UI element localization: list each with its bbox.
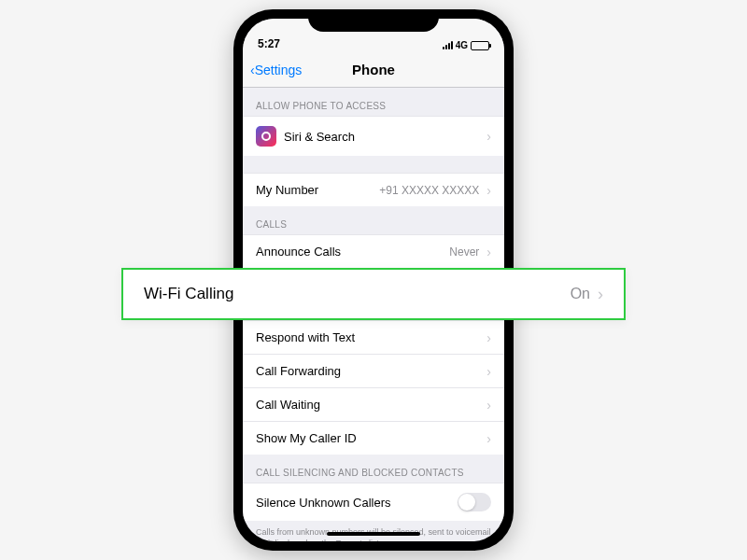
caller-id-label: Show My Caller ID [256, 431, 479, 445]
chevron-right-icon: › [598, 285, 603, 304]
chevron-right-icon: › [486, 365, 491, 378]
siri-label: Siri & Search [284, 130, 479, 144]
status-time: 5:27 [258, 37, 280, 50]
chevron-right-icon: › [486, 245, 491, 259]
chevron-right-icon: › [486, 331, 491, 344]
silence-toggle[interactable] [458, 493, 491, 511]
chevron-right-icon: › [486, 432, 491, 445]
wifi-calling-highlight[interactable]: Wi-Fi Calling On › [121, 268, 626, 320]
row-call-waiting[interactable]: Call Waiting › [243, 387, 504, 421]
chevron-right-icon: › [486, 130, 491, 143]
row-caller-id[interactable]: Show My Caller ID › [243, 421, 504, 455]
my-number-label: My Number [256, 183, 372, 197]
page-title: Phone [352, 62, 395, 77]
silence-unknown-label: Silence Unknown Callers [256, 496, 450, 510]
battery-icon [471, 41, 489, 50]
row-announce-calls[interactable]: Announce Calls Never › [243, 234, 504, 268]
section-header-calls: CALLS [243, 206, 504, 234]
status-right: 4G [443, 40, 489, 50]
device-notch [308, 9, 439, 32]
row-respond-text[interactable]: Respond with Text › [243, 320, 504, 354]
back-label: Settings [255, 63, 303, 77]
announce-value: Never [449, 245, 479, 259]
nav-bar: ‹ Settings Phone [243, 52, 504, 88]
network-label: 4G [456, 40, 468, 50]
row-siri-search[interactable]: Siri & Search › [243, 116, 504, 156]
highlight-value: On [571, 286, 590, 302]
section-header-silencing: CALL SILENCING AND BLOCKED CONTACTS [243, 455, 504, 483]
respond-text-label: Respond with Text [256, 330, 479, 344]
home-indicator[interactable] [327, 532, 420, 536]
chevron-right-icon: › [486, 399, 491, 412]
my-number-value: +91 XXXXX XXXXX [379, 184, 479, 197]
announce-label: Announce Calls [256, 245, 442, 259]
back-button[interactable]: ‹ Settings [250, 63, 302, 77]
silencing-footer-1: Calls from unknown numbers will be silen… [243, 521, 504, 541]
siri-icon [256, 126, 276, 147]
chevron-right-icon: › [486, 184, 491, 197]
row-silence-unknown[interactable]: Silence Unknown Callers [243, 483, 504, 521]
section-header-access: ALLOW PHONE TO ACCESS [243, 88, 504, 116]
highlight-label: Wi-Fi Calling [144, 285, 571, 303]
signal-icon [443, 41, 453, 49]
call-forwarding-label: Call Forwarding [256, 364, 479, 378]
row-call-forwarding[interactable]: Call Forwarding › [243, 354, 504, 387]
row-my-number[interactable]: My Number +91 XXXXX XXXXX › [243, 173, 504, 206]
call-waiting-label: Call Waiting [256, 398, 479, 412]
